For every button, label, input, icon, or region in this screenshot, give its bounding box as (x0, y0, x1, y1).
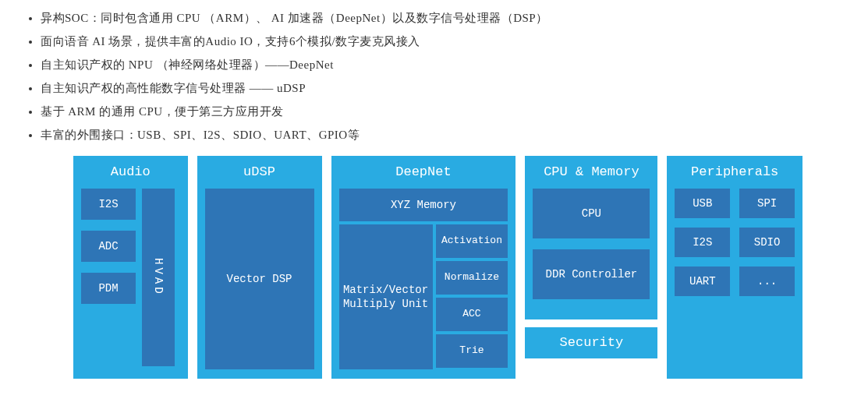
security-title: Security (560, 334, 624, 351)
hvad-block: HVAD (142, 189, 175, 366)
vector-dsp-block: Vector DSP (205, 189, 314, 369)
peripherals-panel: Peripherals USB SPI I2S SDIO UART ... (667, 156, 802, 379)
i2s-peripheral-block: I2S (675, 228, 730, 257)
adc-block: ADC (81, 231, 136, 262)
audio-title: Audio (81, 164, 180, 181)
bullet-item: 自主知识产权的高性能数字信号处理器 —— uDSP (41, 76, 849, 100)
activation-block: Activation (436, 224, 508, 258)
audio-panel: Audio I2S ADC PDM HVAD (73, 156, 188, 379)
ddr-controller-block: DDR Controller (533, 249, 650, 299)
bullet-item: 基于 ARM 的通用 CPU，便于第三方应用开发 (41, 100, 849, 123)
feature-bullets: 异构SOC：同时包含通用 CPU （ARM）、 AI 加速器（DeepNet）以… (19, 6, 849, 146)
acc-block: ACC (436, 298, 508, 331)
bullet-item: 丰富的外围接口：USB、SPI、I2S、SDIO、UART、GPIO等 (41, 123, 849, 146)
usb-block: USB (675, 189, 730, 218)
i2s-block: I2S (81, 189, 136, 220)
cpu-block: CPU (533, 189, 650, 238)
soc-diagram: Audio I2S ADC PDM HVAD uDSP Vector DSP D… (19, 156, 849, 379)
spi-block: SPI (739, 189, 795, 218)
udsp-title: uDSP (205, 164, 314, 181)
peripherals-title: Peripherals (675, 164, 795, 181)
udsp-panel: uDSP Vector DSP (197, 156, 322, 379)
uart-block: UART (675, 266, 730, 296)
cpu-wrap: CPU & Memory CPU DDR Controller Security (525, 156, 657, 379)
matrix-vector-unit-block: Matrix/Vector Multiply Unit (339, 224, 433, 369)
pdm-block: PDM (81, 273, 136, 304)
deepnet-title: DeepNet (339, 164, 508, 181)
trie-block: Trie (436, 334, 508, 368)
bullet-item: 面向语音 AI 场景，提供丰富的Audio IO，支持6个模拟/数字麦克风接入 (41, 30, 849, 53)
more-block: ... (739, 266, 795, 296)
normalize-block: Normalize (436, 261, 508, 295)
bullet-item: 异构SOC：同时包含通用 CPU （ARM）、 AI 加速器（DeepNet）以… (41, 6, 849, 30)
cpu-memory-title: CPU & Memory (533, 164, 650, 181)
security-panel: Security (525, 327, 657, 358)
deepnet-panel: DeepNet XYZ Memory Matrix/Vector Multipl… (331, 156, 516, 379)
sdio-block: SDIO (739, 228, 795, 257)
cpu-memory-panel: CPU & Memory CPU DDR Controller (525, 156, 657, 319)
bullet-item: 自主知识产权的 NPU （神经网络处理器）——DeepNet (41, 53, 849, 76)
xyz-memory-block: XYZ Memory (339, 189, 508, 221)
